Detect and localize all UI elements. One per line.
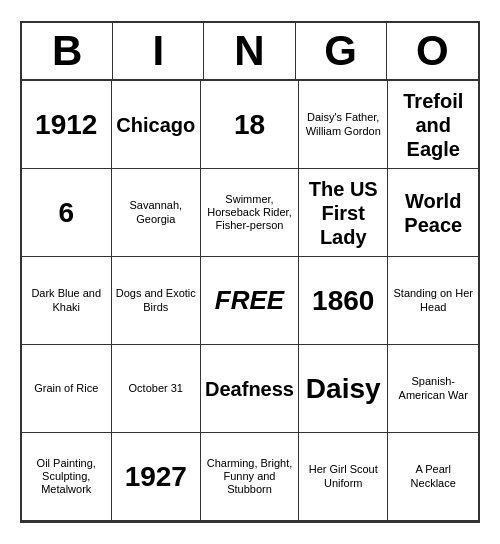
cell-text-21: 1927 xyxy=(125,460,187,494)
bingo-cell-10: Dark Blue and Khaki xyxy=(22,257,112,345)
bingo-cell-17: Deafness xyxy=(201,345,299,433)
header-letter: O xyxy=(387,23,478,79)
bingo-cell-9: World Peace xyxy=(388,169,478,257)
header-letter: N xyxy=(204,23,295,79)
cell-text-11: Dogs and Exotic Birds xyxy=(116,287,197,313)
cell-text-10: Dark Blue and Khaki xyxy=(26,287,107,313)
bingo-cell-21: 1927 xyxy=(112,433,202,521)
bingo-cell-0: 1912 xyxy=(22,81,112,169)
bingo-card: BINGO 1912Chicago18Daisy's Father, Willi… xyxy=(20,21,480,523)
bingo-cell-19: Spanish-American War xyxy=(388,345,478,433)
cell-text-9: World Peace xyxy=(392,189,474,237)
cell-text-13: 1860 xyxy=(312,284,374,318)
bingo-cell-11: Dogs and Exotic Birds xyxy=(112,257,202,345)
cell-text-19: Spanish-American War xyxy=(392,375,474,401)
bingo-header: BINGO xyxy=(22,23,478,81)
bingo-grid: 1912Chicago18Daisy's Father, William Gor… xyxy=(22,81,478,521)
bingo-cell-23: Her Girl Scout Uniform xyxy=(299,433,389,521)
cell-text-24: A Pearl Necklace xyxy=(392,463,474,489)
cell-text-7: Swimmer, Horseback Rider, Fisher-person xyxy=(205,193,294,233)
cell-text-5: 6 xyxy=(58,196,74,230)
header-letter: B xyxy=(22,23,113,79)
cell-text-18: Daisy xyxy=(306,372,381,406)
cell-text-1: Chicago xyxy=(116,113,195,137)
cell-text-12: FREE xyxy=(215,285,284,316)
cell-text-4: Trefoil and Eagle xyxy=(392,89,474,161)
bingo-cell-3: Daisy's Father, William Gordon xyxy=(299,81,389,169)
bingo-cell-14: Standing on Her Head xyxy=(388,257,478,345)
bingo-cell-16: October 31 xyxy=(112,345,202,433)
cell-text-15: Grain of Rice xyxy=(34,382,98,395)
cell-text-8: The US First Lady xyxy=(303,177,384,249)
header-letter: G xyxy=(296,23,387,79)
bingo-cell-4: Trefoil and Eagle xyxy=(388,81,478,169)
cell-text-3: Daisy's Father, William Gordon xyxy=(303,111,384,137)
cell-text-16: October 31 xyxy=(129,382,183,395)
bingo-cell-22: Charming, Bright, Funny and Stubborn xyxy=(201,433,299,521)
cell-text-0: 1912 xyxy=(35,108,97,142)
cell-text-23: Her Girl Scout Uniform xyxy=(303,463,384,489)
bingo-cell-15: Grain of Rice xyxy=(22,345,112,433)
header-letter: I xyxy=(113,23,204,79)
bingo-cell-7: Swimmer, Horseback Rider, Fisher-person xyxy=(201,169,299,257)
bingo-cell-24: A Pearl Necklace xyxy=(388,433,478,521)
bingo-cell-20: Oil Painting, Sculpting, Metalwork xyxy=(22,433,112,521)
bingo-cell-13: 1860 xyxy=(299,257,389,345)
bingo-cell-1: Chicago xyxy=(112,81,202,169)
cell-text-20: Oil Painting, Sculpting, Metalwork xyxy=(26,457,107,497)
cell-text-2: 18 xyxy=(234,108,265,142)
cell-text-6: Savannah, Georgia xyxy=(116,199,197,225)
cell-text-17: Deafness xyxy=(205,377,294,401)
bingo-cell-8: The US First Lady xyxy=(299,169,389,257)
bingo-cell-2: 18 xyxy=(201,81,299,169)
bingo-cell-12: FREE xyxy=(201,257,299,345)
bingo-cell-18: Daisy xyxy=(299,345,389,433)
bingo-cell-6: Savannah, Georgia xyxy=(112,169,202,257)
bingo-cell-5: 6 xyxy=(22,169,112,257)
cell-text-14: Standing on Her Head xyxy=(392,287,474,313)
cell-text-22: Charming, Bright, Funny and Stubborn xyxy=(205,457,294,497)
